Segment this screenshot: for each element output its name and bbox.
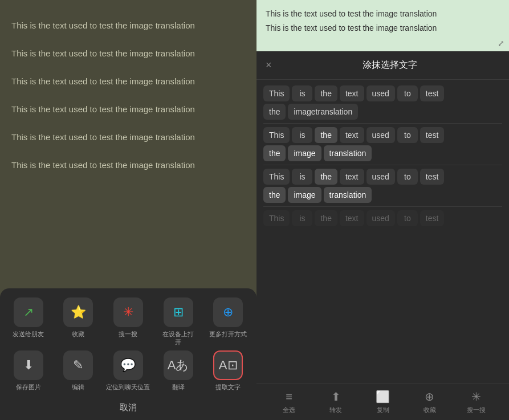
word-row-2-0: Thisisthetextusedtotest xyxy=(263,169,502,185)
word-group-divider xyxy=(263,165,502,165)
word-row-3-0: Thisisthetextusedtotest xyxy=(263,210,502,226)
word-chip[interactable]: to xyxy=(397,85,418,101)
text-line: This is the text used to test the image … xyxy=(11,123,245,151)
search-label: 搜一搜 xyxy=(119,331,137,338)
more-label: 更多打开方式 xyxy=(209,331,247,338)
word-chip[interactable]: test xyxy=(420,85,445,101)
share-icon: ↗ xyxy=(23,305,34,320)
word-chip[interactable]: text xyxy=(340,210,364,226)
copy-label: 复制 xyxy=(377,406,389,414)
toolbar-item-collect[interactable]: ⊕收藏 xyxy=(406,390,453,414)
toolbar-item-search-more[interactable]: ✳搜一搜 xyxy=(453,390,500,414)
action-item-favorite[interactable]: ⭐收藏 xyxy=(56,297,101,345)
extract-text-icon: A⊡ xyxy=(219,358,238,373)
word-chip[interactable]: This xyxy=(263,210,290,226)
translate-icon: Aあ xyxy=(168,357,189,374)
left-panel: This is the text used to test the image … xyxy=(0,0,256,420)
word-chip[interactable]: is xyxy=(292,127,312,143)
word-chip[interactable]: used xyxy=(367,169,395,185)
close-button[interactable]: × xyxy=(266,59,279,71)
word-group-1: Thisisthetextusedtotesttheimagetranslati… xyxy=(263,127,502,165)
word-group-divider xyxy=(263,123,502,124)
word-chip[interactable]: the xyxy=(315,85,337,101)
action-item-open-on-device[interactable]: ⊞在设备上打 开 xyxy=(156,297,201,345)
edit-label: 编辑 xyxy=(72,384,84,391)
panel-header: × 涂抹选择文字 xyxy=(256,51,509,80)
word-list: Thisisthetextusedtotesttheimagetranslati… xyxy=(256,80,509,384)
right-panel: This is the text used to test the image … xyxy=(256,0,509,420)
preview-line-0: This is the text used to test the image … xyxy=(266,7,500,21)
word-group-divider xyxy=(263,206,502,207)
word-group-2: Thisisthetextusedtotesttheimagetranslati… xyxy=(263,169,502,207)
action-item-extract-text[interactable]: A⊡提取文字 xyxy=(205,350,251,391)
favorite-label: 收藏 xyxy=(72,331,84,338)
word-chip[interactable]: is xyxy=(292,169,312,185)
text-line: This is the text used to test the image … xyxy=(11,151,245,179)
word-chip[interactable]: is xyxy=(292,85,312,101)
word-chip[interactable]: image xyxy=(288,145,321,161)
panel-title: 涂抹选择文字 xyxy=(279,59,500,71)
word-chip[interactable]: test xyxy=(420,169,445,185)
word-chip[interactable]: the xyxy=(315,127,337,143)
cancel-button[interactable]: 取消 xyxy=(6,395,251,420)
save-image-label: 保存图片 xyxy=(16,384,41,391)
translate-label: 翻译 xyxy=(172,384,185,391)
action-item-translate[interactable]: Aあ翻译 xyxy=(156,350,201,391)
action-sheet: ↗发送给朋友⭐收藏✳搜一搜⊞在设备上打 开⊕更多打开方式 ⬇保存图片✎编辑💬定位… xyxy=(0,288,256,420)
word-chip[interactable]: image xyxy=(288,187,321,203)
word-row-1-0: Thisisthetextusedtotest xyxy=(263,127,502,143)
word-row-0-0: Thisisthetextusedtotest xyxy=(263,85,502,101)
copy-icon: ⬜ xyxy=(376,390,390,403)
word-chip[interactable]: to xyxy=(397,210,418,226)
word-chip[interactable]: test xyxy=(420,210,445,226)
word-chip[interactable]: the xyxy=(263,187,286,203)
open-on-device-label: 在设备上打 开 xyxy=(162,331,194,345)
bottom-toolbar: ≡全选⬆转发⬜复制⊕收藏✳搜一搜 xyxy=(256,384,509,420)
word-chip[interactable]: translation xyxy=(324,145,372,161)
word-chip[interactable]: the xyxy=(263,145,286,161)
action-item-save-image[interactable]: ⬇保存图片 xyxy=(6,350,51,391)
word-chip[interactable]: translation xyxy=(324,187,372,203)
save-image-icon: ⬇ xyxy=(23,358,34,373)
select-all-label: 全选 xyxy=(283,406,295,414)
extract-text-label: 提取文字 xyxy=(215,384,241,391)
locate-chat-icon: 💬 xyxy=(120,358,136,373)
action-item-share[interactable]: ↗发送给朋友 xyxy=(6,297,51,345)
toolbar-item-copy[interactable]: ⬜复制 xyxy=(359,390,406,414)
search-more-label: 搜一搜 xyxy=(467,406,486,414)
edit-icon: ✎ xyxy=(73,358,83,373)
word-chip[interactable]: This xyxy=(263,127,290,143)
collect-label: 收藏 xyxy=(424,406,436,414)
word-group-3: Thisisthetextusedtotest xyxy=(263,210,502,226)
action-item-search[interactable]: ✳搜一搜 xyxy=(105,297,151,345)
word-row-2-1: theimagetranslation xyxy=(263,187,502,203)
word-chip[interactable]: the xyxy=(315,169,337,185)
word-chip[interactable]: to xyxy=(397,169,418,185)
open-on-device-icon: ⊞ xyxy=(173,305,184,320)
word-chip[interactable]: This xyxy=(263,85,290,101)
word-chip[interactable]: text xyxy=(340,127,364,143)
word-chip[interactable]: text xyxy=(340,85,364,101)
toolbar-item-select-all[interactable]: ≡全选 xyxy=(266,390,312,414)
text-line: This is the text used to test the image … xyxy=(11,95,245,123)
toolbar-item-forward[interactable]: ⬆转发 xyxy=(312,390,359,414)
word-chip[interactable]: is xyxy=(292,210,312,226)
word-chip[interactable]: text xyxy=(340,169,364,185)
action-item-locate-chat[interactable]: 💬定位到聊天位置 xyxy=(105,350,151,391)
word-selection-panel: × 涂抹选择文字 Thisisthetextusedtotesttheimage… xyxy=(256,51,509,420)
action-item-more[interactable]: ⊕更多打开方式 xyxy=(205,297,251,345)
forward-icon: ⬆ xyxy=(331,390,341,403)
word-chip[interactable]: used xyxy=(367,127,395,143)
word-chip[interactable]: This xyxy=(263,169,290,185)
word-chip[interactable]: the xyxy=(263,104,286,120)
search-icon: ✳ xyxy=(123,305,133,320)
word-chip[interactable]: used xyxy=(367,85,395,101)
word-chip[interactable]: the xyxy=(315,210,337,226)
word-chip[interactable]: used xyxy=(367,210,395,226)
action-item-edit[interactable]: ✎编辑 xyxy=(56,350,101,391)
expand-icon[interactable]: ⤢ xyxy=(498,39,504,48)
word-chip[interactable]: test xyxy=(420,127,445,143)
word-chip[interactable]: imagetranslation xyxy=(288,104,358,120)
word-chip[interactable]: to xyxy=(397,127,418,143)
action-grid-row2: ⬇保存图片✎编辑💬定位到聊天位置Aあ翻译A⊡提取文字 xyxy=(6,350,251,391)
